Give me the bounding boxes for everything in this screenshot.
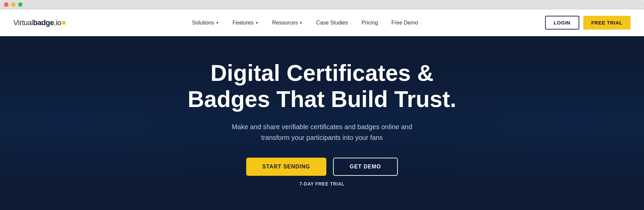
hero-subtitle: Make and share verifiable certificates a…	[218, 121, 426, 143]
nav-item-solutions[interactable]: Solutions ▼	[186, 17, 224, 29]
nav-links: Solutions ▼ Features ▼ Resources ▼ Case …	[186, 17, 423, 29]
logo-virtual-text: Virtual	[13, 18, 33, 27]
logo-io-text: .io	[54, 18, 61, 27]
nav-resources-label: Resources	[272, 20, 298, 26]
nav-item-free-demo[interactable]: Free Demo	[386, 17, 424, 29]
logo-accent-dot	[62, 21, 65, 24]
logo-badge-text: badge	[33, 18, 54, 27]
nav-item-case-studies[interactable]: Case Studies	[311, 17, 354, 29]
nav-actions: LOGIN FREE TRIAL	[545, 16, 631, 30]
get-demo-button[interactable]: GET DEMO	[333, 158, 398, 176]
hero-buttons: START SENDING GET DEMO	[246, 158, 398, 176]
logo[interactable]: Virtualbadge.io	[13, 18, 65, 27]
nav-free-demo-label: Free Demo	[391, 20, 418, 26]
hero-title: Digital Certificates & Badges That Build…	[171, 60, 473, 112]
hero-section: Digital Certificates & Badges That Build…	[0, 36, 644, 210]
nav-features-label: Features	[232, 20, 254, 26]
start-sending-button[interactable]: START SENDING	[246, 158, 326, 176]
nav-solutions-label: Solutions	[192, 20, 214, 26]
window-chrome	[0, 0, 644, 9]
navbar: Virtualbadge.io Solutions ▼ Features ▼ R…	[0, 9, 644, 36]
free-trial-button[interactable]: FREE TRIAL	[583, 16, 631, 30]
fullscreen-button-icon[interactable]	[18, 2, 22, 7]
close-button-icon[interactable]	[4, 2, 8, 7]
chevron-down-icon: ▼	[215, 21, 219, 25]
nav-pricing-label: Pricing	[362, 20, 378, 26]
nav-case-studies-label: Case Studies	[316, 20, 348, 26]
chevron-down-icon: ▼	[255, 21, 259, 25]
trial-note: 7-DAY FREE TRIAL	[300, 181, 345, 187]
nav-item-pricing[interactable]: Pricing	[356, 17, 383, 29]
chevron-down-icon: ▼	[299, 21, 303, 25]
nav-item-resources[interactable]: Resources ▼	[267, 17, 308, 29]
nav-item-features[interactable]: Features ▼	[227, 17, 264, 29]
minimize-button-icon[interactable]	[11, 2, 15, 7]
login-button[interactable]: LOGIN	[545, 16, 579, 30]
